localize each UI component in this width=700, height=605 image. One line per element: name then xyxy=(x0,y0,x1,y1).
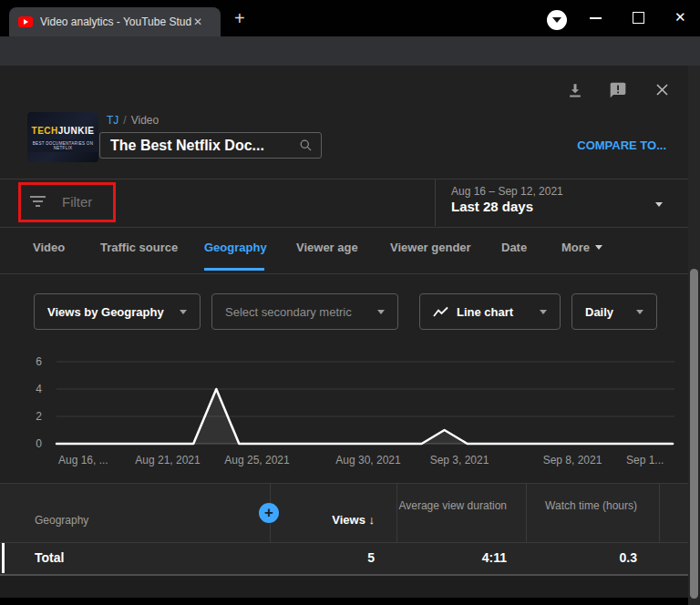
x-axis-tick: Sep 3, 2021 xyxy=(430,454,489,467)
window-minimize-button[interactable] xyxy=(590,17,602,19)
active-tab-underline xyxy=(204,268,264,271)
tab-viewer-age[interactable]: Viewer age xyxy=(296,241,358,254)
channel-thumb-title: TECHJUNKIE xyxy=(27,126,98,136)
close-icon[interactable] xyxy=(654,81,671,98)
compare-to-link[interactable]: COMPARE TO... xyxy=(577,138,666,152)
new-tab-button[interactable]: + xyxy=(234,9,245,27)
analytics-tabs: Video Traffic source Geography Viewer ag… xyxy=(0,227,700,274)
line-chart-icon xyxy=(433,306,449,318)
channel-thumb-subtitle: BEST DOCUMENTARIES ON NETFLIX xyxy=(27,139,98,152)
x-axis-tick: Sep 8, 2021 xyxy=(543,454,602,467)
date-range-text: Aug 16 – Sep 12, 2021 xyxy=(451,185,563,198)
channel-avatar[interactable]: TECHJUNKIE BEST DOCUMENTARIES ON NETFLIX xyxy=(27,112,98,162)
browser-titlebar: Video analytics - YouTube Studio ✕ + ✕ xyxy=(0,0,700,36)
x-axis-tick: Sep 1... xyxy=(626,454,664,467)
chevron-down-icon xyxy=(552,17,561,23)
chevron-down-icon xyxy=(636,310,643,314)
scrollbar-thumb[interactable] xyxy=(690,269,698,599)
metric-dropdown[interactable]: Views by Geography xyxy=(34,293,201,330)
media-controls-button[interactable] xyxy=(547,10,567,30)
secondary-metric-dropdown[interactable]: Select secondary metric xyxy=(211,293,398,330)
total-label: Total xyxy=(35,542,64,574)
tab-close-icon[interactable]: ✕ xyxy=(193,15,202,28)
browser-toolbar: studio.youtube.com/video/dhDREVmecTg/ana… xyxy=(0,36,700,66)
browser-tab[interactable]: Video analytics - YouTube Studio ✕ xyxy=(9,7,221,36)
tab-viewer-gender[interactable]: Viewer gender xyxy=(390,241,471,254)
column-header-views[interactable]: Views ↓ xyxy=(270,513,375,527)
granularity-dropdown[interactable]: Daily xyxy=(571,293,657,330)
total-views: 5 xyxy=(270,542,375,574)
total-watch-time: 0.3 xyxy=(526,542,637,574)
tab-date[interactable]: Date xyxy=(501,241,527,254)
views-line-chart xyxy=(0,351,688,456)
column-header-avg-view-duration[interactable]: Average view duration xyxy=(396,499,507,513)
row-selection-marker xyxy=(2,543,5,573)
tab-more[interactable]: More xyxy=(561,241,602,254)
page-footer xyxy=(0,576,700,598)
video-title: The Best Netflix Doc... xyxy=(110,138,264,154)
window-close-button[interactable]: ✕ xyxy=(674,9,686,26)
date-range-selector[interactable]: Last 28 days xyxy=(451,199,533,214)
chart-type-dropdown[interactable]: Line chart xyxy=(419,293,561,330)
column-header-geography[interactable]: Geography xyxy=(35,514,88,528)
tab-geography[interactable]: Geography xyxy=(204,241,267,254)
tab-video[interactable]: Video xyxy=(33,241,65,254)
column-header-watch-time[interactable]: Watch time (hours) xyxy=(526,499,637,513)
x-axis-tick: Aug 25, 2021 xyxy=(224,454,289,467)
video-search-box[interactable]: The Best Netflix Doc... xyxy=(99,132,322,159)
annotation-highlight-box xyxy=(18,182,116,222)
chevron-down-icon xyxy=(180,310,187,314)
filter-bar-divider xyxy=(435,179,436,226)
window-maximize-button[interactable] xyxy=(633,12,644,24)
chevron-down-icon xyxy=(540,310,547,314)
x-axis-tick: Aug 16, ... xyxy=(58,454,108,467)
download-icon[interactable] xyxy=(566,81,584,99)
breadcrumb-channel-link[interactable]: TJ xyxy=(107,114,118,127)
breadcrumb-section[interactable]: Video xyxy=(131,114,159,127)
feedback-icon[interactable] xyxy=(609,81,627,99)
tab-traffic-source[interactable]: Traffic source xyxy=(100,241,178,254)
browser-window: Video analytics - YouTube Studio ✕ + ✕ s… xyxy=(0,0,700,605)
window-bottom-edge xyxy=(0,598,700,605)
chevron-down-icon[interactable] xyxy=(655,202,663,207)
tab-title: Video analytics - YouTube Studio xyxy=(40,15,191,28)
chevron-down-icon xyxy=(595,245,602,250)
sort-descending-icon: ↓ xyxy=(369,513,376,527)
chevron-down-icon xyxy=(377,310,385,314)
search-icon xyxy=(299,138,313,152)
breadcrumb: TJ/Video xyxy=(107,114,159,127)
x-axis-tick: Aug 30, 2021 xyxy=(335,454,400,467)
youtube-favicon-icon xyxy=(18,16,33,27)
youtube-studio-analytics-page: TECHJUNKIE BEST DOCUMENTARIES ON NETFLIX… xyxy=(0,66,700,605)
total-avg-view-duration: 4:11 xyxy=(396,542,507,574)
x-axis-tick: Aug 21, 2021 xyxy=(135,454,200,467)
